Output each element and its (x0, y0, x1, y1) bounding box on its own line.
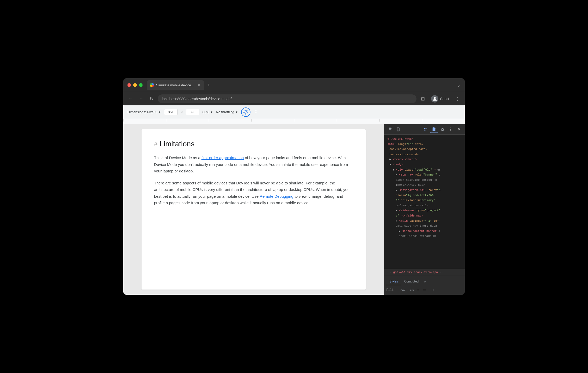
computed-tab[interactable]: Computed (401, 278, 422, 285)
html-line-html-cont2[interactable]: banner-dismissed> (385, 152, 464, 157)
html-cookies-cont: cookies-accepted data- (389, 148, 427, 151)
active-tab[interactable]: Simulate mobile devices with D ✕ (147, 80, 204, 90)
html-line-body[interactable]: ▼ <body> (385, 162, 464, 167)
html-line-navrail3[interactable]: 0" aria-label="primary" (385, 198, 464, 203)
close-traffic-light[interactable] (127, 83, 131, 87)
filter-input[interactable] (386, 288, 397, 292)
first-order-link[interactable]: first-order approximation (201, 155, 244, 160)
more-tabs-button[interactable]: » (422, 278, 428, 285)
html-line-announcement[interactable]: ▶ <announcement-banner d (385, 229, 464, 234)
html-line-main2[interactable]: data-side-nav-inert data (385, 224, 464, 229)
forward-button[interactable]: → (137, 95, 145, 103)
remote-debugging-link[interactable]: Remote Debugging (260, 194, 293, 198)
add-style-button[interactable]: + (417, 288, 419, 292)
back-button[interactable]: ← (126, 95, 135, 103)
navrail-triangle[interactable]: ▶ (396, 189, 397, 192)
html-data-cookies-attr: data- (415, 143, 424, 146)
zoom-label: 83% (203, 110, 209, 114)
throttle-select[interactable]: No throttling ▼ (216, 110, 238, 114)
ruler-mark (337, 119, 379, 122)
styles-tab-label: Styles (389, 280, 398, 283)
html-line-sidenav[interactable]: ▶ <side-nav type="project' (385, 208, 464, 213)
elements-panel-button[interactable] (422, 126, 429, 133)
html-line-topnav[interactable]: ▶ <top-nav role="banner" c (385, 172, 464, 178)
forward-icon: → (139, 96, 143, 101)
address-bar[interactable]: localhost:8080/docs/devtools/device-mode… (158, 94, 416, 103)
tab-title: Simulate mobile devices with D (156, 83, 195, 87)
layout-icon-button[interactable] (421, 287, 428, 293)
main-id-attr: id= (433, 219, 439, 222)
extension-button[interactable]: ⊞ (419, 95, 427, 103)
html-line-announcement2[interactable]: nner--info" storage-ke (385, 234, 464, 239)
main-tabindex-value: "-1" (425, 219, 432, 222)
html-line-html-cont[interactable]: cookies-accepted data- (385, 147, 464, 152)
close-devtools-button[interactable]: ✕ (455, 126, 463, 133)
maximize-traffic-light[interactable] (139, 83, 143, 87)
styles-tab[interactable]: Styles (386, 278, 401, 285)
computed-tab-label: Computed (404, 280, 419, 283)
html-line-navrail[interactable]: ▶ <navigation-rail role="n (385, 188, 464, 193)
device-mode-button[interactable] (395, 126, 402, 133)
devtools-panel: ⋮ ✕ <!DOCTYPE html> <html lang="en" data… (384, 124, 465, 295)
toolbar-more-button[interactable]: ⋮ (254, 109, 258, 115)
dimensions-select[interactable]: Dimensions: Pixel 5 ▼ (127, 110, 161, 114)
html-line-topnav3[interactable]: inert>…</top-nav> (385, 183, 464, 188)
hov-filter-button[interactable]: :hov (399, 288, 406, 292)
rotate-button[interactable] (241, 107, 250, 117)
scaffold-end: > (434, 168, 436, 171)
settings-button[interactable] (439, 126, 446, 133)
html-line-html[interactable]: <html lang="en" data- (385, 142, 464, 147)
topnav-triangle[interactable]: ▶ (396, 173, 397, 176)
window-menu-button[interactable]: ⌄ (457, 82, 461, 88)
breadcrumb-text: ... ght-400 div.stack.flow-spa ... (386, 271, 445, 274)
navigation-bar: ← → ↻ localhost:8080/docs/devtools/devic… (123, 92, 465, 105)
announcement-triangle[interactable]: ▶ (399, 230, 401, 233)
profile-button[interactable]: Guest (429, 94, 451, 104)
topnav-cont2: inert>…</top-nav> (396, 183, 425, 187)
reload-button[interactable]: ↻ (147, 95, 156, 103)
nav-actions: ⊞ Guest ⋮ (419, 94, 462, 104)
new-tab-button[interactable]: + (205, 81, 212, 89)
chrome-menu-button[interactable]: ⋮ (453, 95, 462, 103)
svg-rect-0 (424, 128, 425, 129)
html-line-main[interactable]: ▶ <main tabindex="-1" id=" (385, 219, 464, 224)
html-line-head[interactable]: ▶ <head>…</head> (385, 157, 464, 162)
body-triangle[interactable]: ▼ (389, 163, 391, 166)
throttle-label: No throttling (216, 110, 234, 114)
tab-bar: Simulate mobile devices with D ✕ + (147, 80, 457, 90)
tab-close-button[interactable]: ✕ (197, 83, 201, 87)
more-tools-button[interactable]: ⋮ (447, 126, 454, 133)
inspect-element-button[interactable] (386, 126, 394, 133)
html-tree[interactable]: <!DOCTYPE html> <html lang="en" data- co… (384, 135, 465, 269)
webpage-preview[interactable]: # Limitations Think of Device Mode as a … (123, 124, 384, 295)
html-line-sidenav2[interactable]: t" >…</side-nav> (385, 213, 464, 219)
html-line-topnav2[interactable]: block hairline-bottom" c (385, 178, 464, 183)
main-triangle[interactable]: ▶ (396, 219, 397, 222)
width-input[interactable] (164, 109, 177, 115)
topnav-role-attr: role= (415, 173, 423, 176)
browser-window: Simulate mobile devices with D ✕ + ⌄ ← →… (123, 78, 465, 295)
main-id-value: " (439, 219, 440, 222)
html-line-doctype[interactable]: <!DOCTYPE html> (385, 137, 464, 142)
html-line-scaffold[interactable]: ▼ <div class="scaffold" > gr (385, 167, 464, 173)
main-tabindex-attr: tabindex= (409, 219, 425, 222)
url-text: localhost:8080/docs/devtools/device-mode… (162, 97, 232, 101)
zoom-dropdown-arrow: ▼ (210, 111, 213, 113)
ruler-mark (166, 119, 209, 122)
height-input[interactable] (186, 109, 199, 115)
minimize-traffic-light[interactable] (133, 83, 137, 87)
sources-panel-button[interactable] (430, 126, 438, 133)
scaffold-class-value: "scaffold" (415, 168, 432, 171)
cls-filter-button[interactable]: .cls (408, 288, 415, 292)
toggle-sidebar-button[interactable] (430, 287, 436, 293)
sidenav-triangle[interactable]: ▶ (396, 209, 397, 212)
zoom-select[interactable]: 83% ▼ (203, 110, 213, 114)
main-area: # Limitations Think of Device Mode as a … (123, 124, 465, 295)
head-triangle[interactable]: ▶ (389, 158, 391, 161)
paragraph-1: Think of Device Mode as a first-order ap… (154, 154, 353, 175)
html-line-navrail4[interactable]: …</navigation-rail> (385, 203, 464, 208)
scaffold-triangle[interactable]: ▼ (393, 168, 394, 171)
announcement-attr: d (438, 230, 440, 233)
html-line-navrail2[interactable]: class="lg:pad-left-200 (385, 193, 464, 198)
doctype-text: <!DOCTYPE html> (387, 137, 413, 141)
